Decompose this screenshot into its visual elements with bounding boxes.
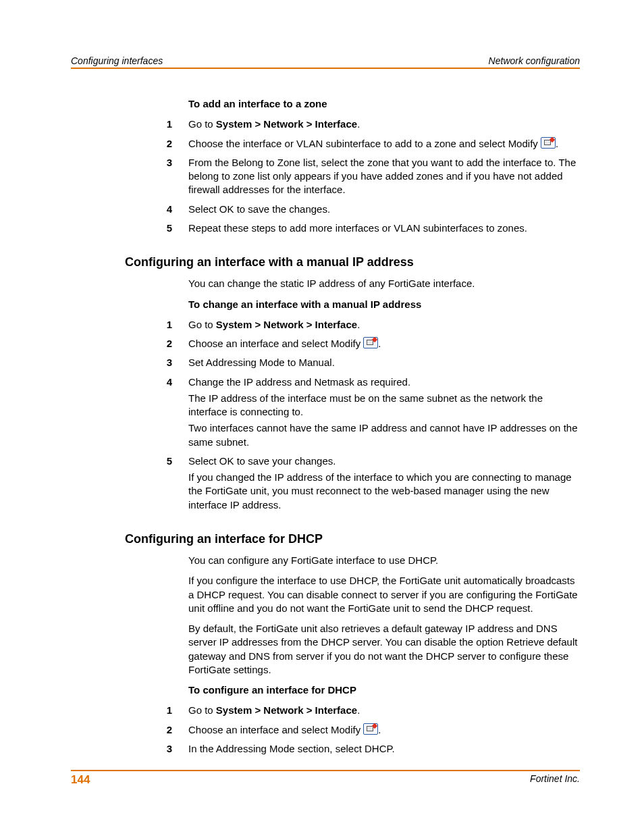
step-number: 5 (125, 454, 188, 512)
step-text: Set Addressing Mode to Manual. (188, 356, 580, 369)
step-text: Select OK to save the changes. (188, 203, 580, 216)
step-paragraph: The IP address of the interface must be … (188, 392, 580, 419)
step-number: 3 (125, 156, 188, 197)
text-fragment: Go to (188, 319, 216, 330)
step-number: 1 (125, 118, 188, 131)
step-item: 5 Repeat these steps to add more interfa… (125, 221, 580, 235)
procedure-title: To add an interface to a zone (125, 97, 580, 111)
page-content: To add an interface to a zone 1 Go to Sy… (71, 97, 580, 756)
nav-path: System > Network > Interface (216, 704, 357, 716)
step-text: Choose an interface and select Modify . (188, 337, 580, 350)
step-item: 1 Go to System > Network > Interface. (125, 318, 580, 332)
step-text: Select OK to save your changes. If you c… (188, 454, 580, 512)
step-text: Change the IP address and Netmask as req… (188, 375, 580, 449)
text-fragment: Go to (188, 704, 216, 716)
body-paragraph: You can configure any FortiGate interfac… (125, 554, 580, 567)
header-left: Configuring interfaces (71, 55, 163, 66)
text-fragment: . (357, 704, 360, 716)
step-number: 4 (125, 203, 188, 216)
step-number: 3 (125, 742, 188, 756)
step-item: 2 Choose an interface and select Modify … (125, 723, 580, 737)
section-heading: Configuring an interface with a manual I… (125, 254, 580, 270)
step-number: 1 (125, 704, 188, 717)
step-number: 4 (125, 375, 188, 449)
step-text: From the Belong to Zone list, select the… (188, 156, 580, 197)
running-header: Configuring interfaces Network configura… (71, 55, 580, 69)
step-item: 4 Change the IP address and Netmask as r… (125, 375, 580, 449)
document-page: Configuring interfaces Network configura… (0, 0, 644, 834)
text-fragment: Choose an interface and select Modify (188, 724, 363, 735)
body-paragraph: By default, the FortiGate unit also retr… (125, 622, 580, 677)
step-text: Go to System > Network > Interface. (188, 318, 580, 332)
step-paragraph: Two interfaces cannot have the same IP a… (188, 421, 580, 449)
step-item: 2 Choose an interface and select Modify … (125, 337, 580, 350)
footer-company: Fortinet Inc. (530, 773, 580, 787)
step-number: 5 (125, 221, 188, 235)
header-right: Network configuration (489, 55, 580, 66)
body-paragraph: You can change the static IP address of … (125, 277, 580, 290)
step-item: 3 From the Belong to Zone list, select t… (125, 156, 580, 197)
body-paragraph: If you configure the interface to use DH… (125, 574, 580, 615)
step-number: 2 (125, 137, 188, 151)
step-paragraph: If you changed the IP address of the int… (188, 471, 580, 512)
modify-icon (363, 723, 378, 735)
step-item: 5 Select OK to save your changes. If you… (125, 454, 580, 512)
text-fragment: Go to (188, 118, 216, 130)
step-item: 2 Choose the interface or VLAN subinterf… (125, 137, 580, 151)
text-fragment: . (357, 319, 360, 330)
step-text: Repeat these steps to add more interface… (188, 221, 580, 235)
step-text: Go to System > Network > Interface. (188, 704, 580, 717)
step-number: 2 (125, 723, 188, 737)
step-paragraph: Select OK to save your changes. (188, 454, 580, 468)
procedure-title: To configure an interface for DHCP (125, 683, 580, 697)
text-fragment: Choose an interface and select Modify (188, 338, 363, 349)
step-text: In the Addressing Mode section, select D… (188, 742, 580, 756)
text-fragment: . (357, 118, 360, 130)
step-item: 1 Go to System > Network > Interface. (125, 118, 580, 131)
section-heading: Configuring an interface for DHCP (125, 531, 580, 547)
step-item: 1 Go to System > Network > Interface. (125, 704, 580, 717)
running-footer: 144 Fortinet Inc. (71, 770, 580, 787)
step-item: 3 In the Addressing Mode section, select… (125, 742, 580, 756)
step-paragraph: Change the IP address and Netmask as req… (188, 375, 580, 389)
step-text: Go to System > Network > Interface. (188, 118, 580, 131)
step-text: Choose an interface and select Modify . (188, 723, 580, 737)
nav-path: System > Network > Interface (216, 319, 357, 330)
modify-icon (363, 337, 378, 348)
step-item: 3 Set Addressing Mode to Manual. (125, 356, 580, 369)
page-number: 144 (71, 773, 90, 787)
procedure-title: To change an interface with a manual IP … (125, 298, 580, 311)
modify-icon (541, 137, 556, 149)
step-number: 2 (125, 337, 188, 350)
step-number: 1 (125, 318, 188, 332)
text-fragment: Choose the interface or VLAN subinterfac… (188, 138, 541, 149)
nav-path: System > Network > Interface (216, 118, 357, 130)
step-number: 3 (125, 356, 188, 369)
step-text: Choose the interface or VLAN subinterfac… (188, 137, 580, 151)
step-item: 4 Select OK to save the changes. (125, 203, 580, 216)
